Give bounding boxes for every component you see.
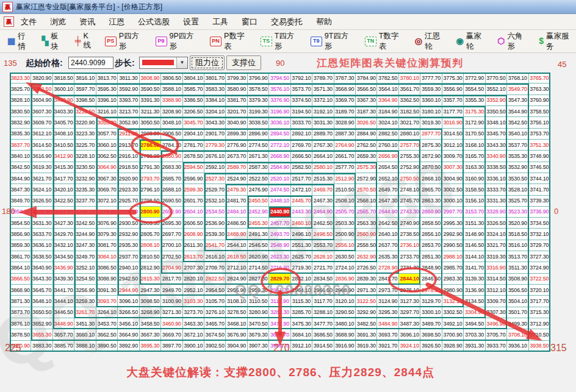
grid-cell: 3835.30: [10, 129, 31, 140]
grid-cell: 2445.70: [291, 196, 312, 207]
grid-cell: 3494.50: [464, 318, 485, 329]
grid-cell: 2500.90: [334, 229, 356, 240]
grid-cell: 3379.30: [248, 95, 269, 106]
grid-cell: 2942.50: [118, 274, 139, 285]
step-color-select[interactable]: ▼: [139, 57, 188, 69]
grid-cell: 3612.10: [31, 129, 52, 140]
grid-cell: 2848.90: [420, 262, 442, 273]
p9-square-icon: P9: [156, 37, 167, 46]
menu-item-江恩[interactable]: 江恩: [102, 17, 131, 26]
grid-cell: 3928.90: [442, 341, 464, 352]
grid-cell: 3477.70: [312, 318, 334, 329]
menu-item-帮助[interactable]: 帮助: [309, 17, 339, 26]
grid-cell: 2678.50: [183, 151, 204, 162]
grid-cell: 3619.30: [31, 162, 52, 173]
start-price-input[interactable]: [68, 57, 113, 69]
toolbar-item-六角形[interactable]: ⬡六角形: [497, 31, 530, 52]
grid-cell: 2966.50: [312, 285, 334, 296]
menu-item-资讯[interactable]: 资讯: [73, 17, 102, 26]
toolbar-item-江恩轮[interactable]: ◎江恩轮: [415, 31, 447, 52]
grid-cell: 3165.70: [464, 151, 485, 162]
chevron-down-icon[interactable]: ▼: [176, 57, 187, 68]
grid-cell: 3739.30: [529, 196, 550, 207]
grid-cell: 2534.50: [204, 207, 226, 218]
grid-cell: 2700.10: [161, 240, 182, 251]
grid-cell: 2568.10: [356, 196, 377, 207]
grid-cell: 2664.10: [312, 151, 334, 162]
grid-cell: 3139.30: [464, 274, 485, 285]
grid-cell: 2901.70: [204, 129, 226, 140]
grid-cell: 3801.70: [204, 73, 226, 84]
menu-item-窗口[interactable]: 窗口: [235, 17, 264, 26]
grid-cell: 3194.50: [291, 106, 312, 117]
resistance-button[interactable]: 阻力位: [190, 55, 225, 70]
grid-cell: 2935.30: [118, 240, 139, 251]
grid-cell: 3720.10: [529, 285, 550, 296]
grid-cell: 3336.10: [486, 173, 507, 184]
grid-cell: 2904.10: [183, 129, 204, 140]
grid-cell: 2889.70: [312, 129, 334, 140]
grid-cell: 2625.70: [291, 251, 312, 262]
toolbar-item-赢家轮[interactable]: ◉赢家轮: [456, 31, 489, 52]
grid-cell: 3693.70: [377, 329, 398, 340]
grid-cell: 3098.50: [140, 296, 161, 307]
grid-cell: 3736.90: [529, 207, 550, 218]
toolbar-item-label: P四方形: [119, 31, 146, 52]
grid-cell: 2668.90: [269, 151, 290, 162]
grid-cell: 3324.10: [486, 229, 507, 240]
grid-cell: 2476.90: [248, 184, 269, 195]
grid-cell: 3218.50: [74, 106, 96, 117]
toolbar-item-P数字表[interactable]: PNP数字表: [210, 31, 251, 52]
grid-cell: 3729.70: [529, 240, 550, 251]
grid-cell: 2882.50: [377, 129, 398, 140]
menu-item-交易委托[interactable]: 交易委托: [264, 17, 309, 26]
toolbar-item-T数字表[interactable]: TNT数字表: [365, 31, 406, 52]
grid-cell: 2440.90: [269, 207, 290, 218]
toolbar-item-T四方形[interactable]: TST四方形: [261, 31, 301, 52]
grid-cell: 2455.30: [248, 218, 269, 229]
grid-cell: 3624.10: [31, 184, 52, 195]
grid-cell: 3424.90: [53, 207, 74, 218]
toolbar-item-板块[interactable]: ▚板块: [42, 31, 66, 52]
grid-cell: 3700.90: [442, 329, 464, 340]
grid-cell: 2832.10: [291, 274, 312, 285]
toolbar-item-label: 板块: [51, 31, 65, 52]
grid-cell: 3688.90: [334, 329, 356, 340]
grid-cell: 3184.90: [377, 106, 398, 117]
grid-cell: 3244.90: [74, 229, 96, 240]
menu-item-浏览[interactable]: 浏览: [43, 17, 73, 26]
toolbar-item-K线[interactable]: ╪K线: [75, 32, 96, 51]
grid-cell: 2952.10: [183, 285, 204, 296]
grid-cell: 3804.10: [183, 73, 204, 84]
grid-cell: 2611.30: [183, 240, 204, 251]
menu-item-工具[interactable]: 工具: [206, 17, 235, 26]
grid-cell: 2558.50: [356, 240, 377, 251]
grid-cell: 3727.30: [529, 251, 550, 262]
toolbar-item-9P四方形[interactable]: P99P四方形: [156, 31, 201, 52]
toolbar-item-P四方形[interactable]: PSP四方形: [105, 31, 146, 52]
grid-cell: 2728.90: [377, 262, 398, 273]
grid-cell: 2635.30: [377, 251, 398, 262]
grid-cell: 3463.30: [183, 318, 204, 329]
grid-cell: 3763.30: [529, 84, 550, 94]
menu-item-文件[interactable]: 文件: [14, 17, 43, 26]
grid-cell: 2925.70: [118, 196, 139, 207]
toolbar-item-9T四方形[interactable]: T99T四方形: [311, 31, 356, 52]
menu-item-设置[interactable]: 设置: [176, 17, 206, 26]
grid-cell: 2702.50: [161, 251, 182, 262]
menu-item-公式选股[interactable]: 公式选股: [131, 17, 176, 26]
grid-cell: 3470.50: [248, 318, 269, 329]
grid-cell: 3672.10: [183, 329, 204, 340]
angle-label-315: 315: [550, 343, 567, 354]
grid-cell: 3640.90: [31, 262, 52, 273]
grid-cell: 2642.50: [377, 218, 398, 229]
grid-cell: 3782.50: [377, 73, 398, 84]
grid-cell: 3568.90: [334, 84, 356, 94]
grid-cell: 2731.30: [399, 262, 420, 273]
grid-cell: 3031.30: [312, 117, 334, 128]
support-button[interactable]: 支撑位: [226, 55, 261, 70]
toolbar-item-行情[interactable]: ▦行情: [7, 31, 33, 52]
toolbar-item-赢家服务[interactable]: $赢家服务: [539, 31, 576, 52]
grid-cell: 3777.70: [420, 73, 442, 84]
grid-cell: 2719.30: [291, 262, 312, 273]
